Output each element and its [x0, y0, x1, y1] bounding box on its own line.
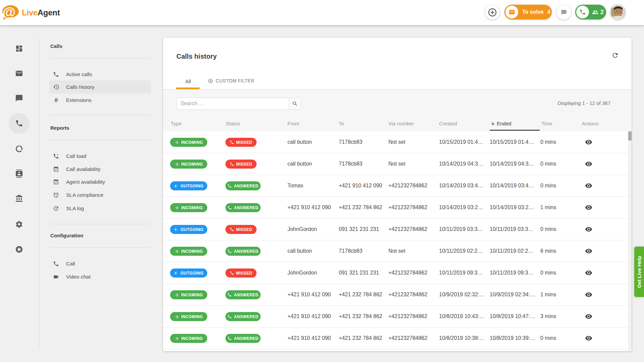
svg-text:@: @ [3, 5, 16, 19]
